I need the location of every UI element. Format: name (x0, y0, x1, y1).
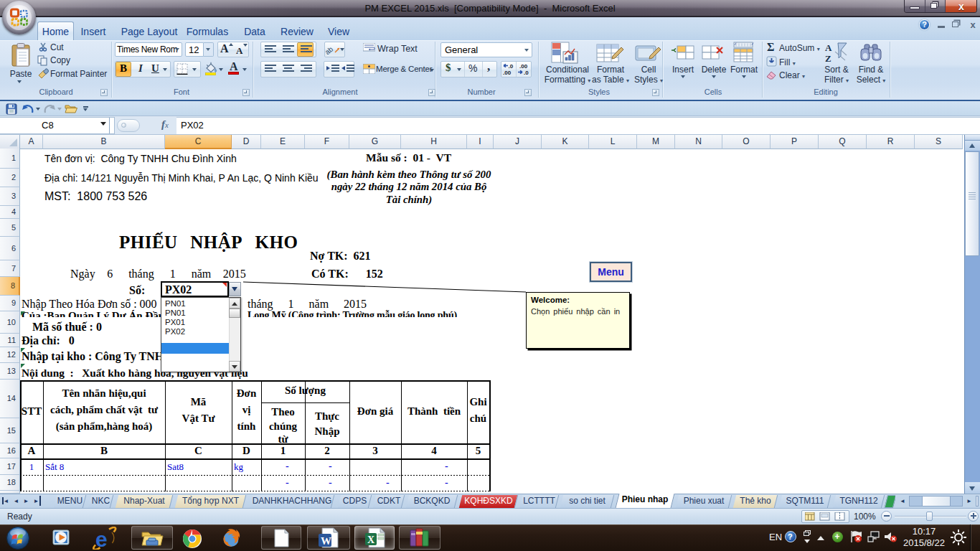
svg-text:e: e (95, 527, 108, 550)
svg-text:.0: .0 (509, 63, 514, 70)
svg-text:.00: .00 (519, 63, 528, 70)
svg-text:.00: .00 (503, 70, 512, 76)
svg-text:.0: .0 (524, 70, 529, 76)
svg-text:ab: ab (325, 44, 335, 56)
svg-text:X: X (367, 534, 374, 545)
svg-text:Z: Z (825, 53, 831, 64)
svg-text:W: W (321, 535, 331, 547)
svg-text:A: A (825, 42, 832, 53)
